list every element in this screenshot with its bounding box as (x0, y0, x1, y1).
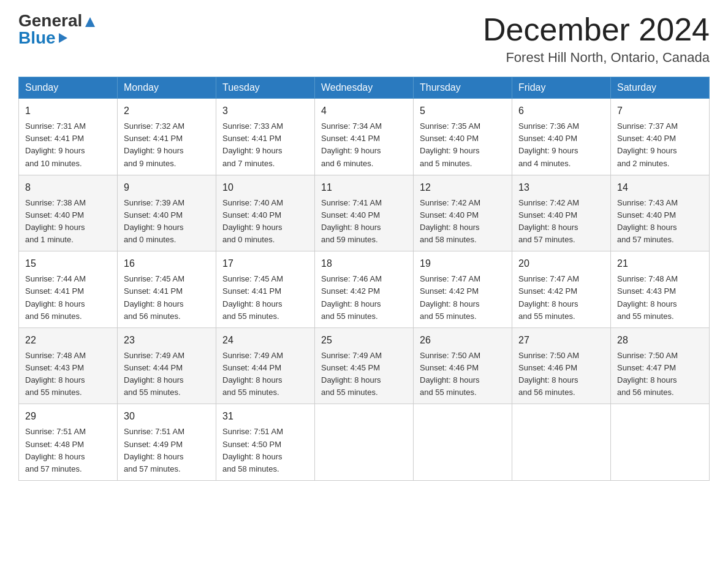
calendar-cell: 17Sunrise: 7:45 AMSunset: 4:41 PMDayligh… (216, 251, 315, 328)
day-info: Sunrise: 7:51 AMSunset: 4:50 PMDaylight:… (222, 426, 308, 475)
day-info: Sunrise: 7:41 AMSunset: 4:40 PMDaylight:… (321, 197, 407, 247)
calendar-cell: 19Sunrise: 7:47 AMSunset: 4:42 PMDayligh… (414, 251, 512, 328)
calendar-cell: 6Sunrise: 7:36 AMSunset: 4:40 PMDaylight… (512, 99, 611, 175)
calendar-cell: 1Sunrise: 7:31 AMSunset: 4:41 PMDaylight… (19, 99, 118, 175)
logo-blue-text: Blue (18, 29, 67, 47)
day-info: Sunrise: 7:49 AMSunset: 4:45 PMDaylight:… (321, 350, 407, 399)
calendar-cell: 20Sunrise: 7:47 AMSunset: 4:42 PMDayligh… (512, 251, 611, 328)
day-info: Sunrise: 7:38 AMSunset: 4:40 PMDaylight:… (25, 197, 111, 247)
weekday-header-row: SundayMondayTuesdayWednesdayThursdayFrid… (19, 77, 710, 99)
day-number: 21 (617, 256, 703, 271)
day-number: 10 (222, 180, 308, 195)
logo-general-text: General (18, 12, 95, 29)
day-info: Sunrise: 7:39 AMSunset: 4:40 PMDaylight:… (124, 197, 210, 247)
day-number: 2 (124, 104, 210, 118)
calendar-cell (512, 404, 611, 481)
day-info: Sunrise: 7:50 AMSunset: 4:46 PMDaylight:… (518, 350, 604, 399)
day-number: 18 (321, 256, 407, 271)
day-number: 15 (25, 256, 111, 271)
day-info: Sunrise: 7:44 AMSunset: 4:41 PMDaylight:… (25, 273, 111, 323)
calendar-cell: 31Sunrise: 7:51 AMSunset: 4:50 PMDayligh… (216, 404, 315, 481)
calendar-cell: 5Sunrise: 7:35 AMSunset: 4:40 PMDaylight… (414, 99, 512, 175)
week-row-5: 29Sunrise: 7:51 AMSunset: 4:48 PMDayligh… (19, 404, 710, 481)
day-info: Sunrise: 7:34 AMSunset: 4:41 PMDaylight:… (321, 120, 407, 170)
calendar-cell: 14Sunrise: 7:43 AMSunset: 4:40 PMDayligh… (611, 175, 710, 251)
day-number: 17 (222, 256, 308, 271)
calendar-cell: 29Sunrise: 7:51 AMSunset: 4:48 PMDayligh… (19, 404, 118, 481)
calendar-cell: 30Sunrise: 7:51 AMSunset: 4:49 PMDayligh… (118, 404, 216, 481)
calendar-cell: 7Sunrise: 7:37 AMSunset: 4:40 PMDaylight… (611, 99, 710, 175)
day-info: Sunrise: 7:37 AMSunset: 4:40 PMDaylight:… (617, 120, 703, 170)
weekday-header-thursday: Thursday (414, 77, 512, 99)
day-info: Sunrise: 7:48 AMSunset: 4:43 PMDaylight:… (25, 350, 111, 399)
day-info: Sunrise: 7:40 AMSunset: 4:40 PMDaylight:… (222, 197, 308, 247)
day-info: Sunrise: 7:32 AMSunset: 4:41 PMDaylight:… (124, 120, 210, 170)
calendar-cell: 9Sunrise: 7:39 AMSunset: 4:40 PMDaylight… (118, 175, 216, 251)
calendar-cell (611, 404, 710, 481)
calendar-cell: 4Sunrise: 7:34 AMSunset: 4:41 PMDaylight… (315, 99, 414, 175)
day-number: 23 (124, 333, 210, 348)
calendar-cell: 11Sunrise: 7:41 AMSunset: 4:40 PMDayligh… (315, 175, 414, 251)
day-number: 13 (518, 180, 604, 195)
week-row-4: 22Sunrise: 7:48 AMSunset: 4:43 PMDayligh… (19, 327, 710, 404)
calendar-cell: 23Sunrise: 7:49 AMSunset: 4:44 PMDayligh… (118, 327, 216, 404)
calendar-cell: 12Sunrise: 7:42 AMSunset: 4:40 PMDayligh… (414, 175, 512, 251)
week-row-2: 8Sunrise: 7:38 AMSunset: 4:40 PMDaylight… (19, 175, 710, 251)
day-number: 19 (420, 256, 506, 271)
calendar-cell: 15Sunrise: 7:44 AMSunset: 4:41 PMDayligh… (19, 251, 118, 328)
day-number: 25 (321, 333, 407, 348)
calendar-cell: 16Sunrise: 7:45 AMSunset: 4:41 PMDayligh… (118, 251, 216, 328)
day-info: Sunrise: 7:48 AMSunset: 4:43 PMDaylight:… (617, 273, 703, 323)
day-info: Sunrise: 7:50 AMSunset: 4:46 PMDaylight:… (420, 350, 506, 399)
day-info: Sunrise: 7:33 AMSunset: 4:41 PMDaylight:… (222, 120, 308, 170)
day-number: 7 (617, 104, 703, 118)
weekday-header-wednesday: Wednesday (315, 77, 414, 99)
page-header: General Blue December 2024 Forest Hill N… (18, 12, 710, 66)
calendar-table: SundayMondayTuesdayWednesdayThursdayFrid… (18, 77, 710, 481)
calendar-cell: 25Sunrise: 7:49 AMSunset: 4:45 PMDayligh… (315, 327, 414, 404)
day-info: Sunrise: 7:45 AMSunset: 4:41 PMDaylight:… (222, 273, 308, 323)
day-info: Sunrise: 7:45 AMSunset: 4:41 PMDaylight:… (124, 273, 210, 323)
day-info: Sunrise: 7:36 AMSunset: 4:40 PMDaylight:… (518, 120, 604, 170)
week-row-1: 1Sunrise: 7:31 AMSunset: 4:41 PMDaylight… (19, 99, 710, 175)
day-info: Sunrise: 7:49 AMSunset: 4:44 PMDaylight:… (222, 350, 308, 399)
calendar-cell: 22Sunrise: 7:48 AMSunset: 4:43 PMDayligh… (19, 327, 118, 404)
day-info: Sunrise: 7:51 AMSunset: 4:49 PMDaylight:… (124, 426, 210, 475)
day-number: 31 (222, 409, 308, 424)
day-number: 26 (420, 333, 506, 348)
calendar-cell: 21Sunrise: 7:48 AMSunset: 4:43 PMDayligh… (611, 251, 710, 328)
weekday-header-sunday: Sunday (19, 77, 118, 99)
location-title: Forest Hill North, Ontario, Canada (483, 50, 710, 66)
day-number: 22 (25, 333, 111, 348)
day-number: 8 (25, 180, 111, 195)
header-right: December 2024 Forest Hill North, Ontario… (483, 12, 710, 66)
day-number: 14 (617, 180, 703, 195)
day-number: 12 (420, 180, 506, 195)
day-info: Sunrise: 7:31 AMSunset: 4:41 PMDaylight:… (25, 120, 111, 170)
calendar-cell: 2Sunrise: 7:32 AMSunset: 4:41 PMDaylight… (118, 99, 216, 175)
calendar-cell: 24Sunrise: 7:49 AMSunset: 4:44 PMDayligh… (216, 327, 315, 404)
calendar-cell: 13Sunrise: 7:42 AMSunset: 4:40 PMDayligh… (512, 175, 611, 251)
calendar-cell (414, 404, 512, 481)
day-number: 24 (222, 333, 308, 348)
day-info: Sunrise: 7:47 AMSunset: 4:42 PMDaylight:… (420, 273, 506, 323)
day-info: Sunrise: 7:42 AMSunset: 4:40 PMDaylight:… (420, 197, 506, 247)
month-title: December 2024 (483, 12, 710, 47)
day-number: 1 (25, 104, 111, 118)
calendar-cell: 3Sunrise: 7:33 AMSunset: 4:41 PMDaylight… (216, 99, 315, 175)
calendar-cell: 27Sunrise: 7:50 AMSunset: 4:46 PMDayligh… (512, 327, 611, 404)
day-info: Sunrise: 7:50 AMSunset: 4:47 PMDaylight:… (617, 350, 703, 399)
day-number: 20 (518, 256, 604, 271)
weekday-header-saturday: Saturday (611, 77, 710, 99)
day-number: 30 (124, 409, 210, 424)
day-info: Sunrise: 7:43 AMSunset: 4:40 PMDaylight:… (617, 197, 703, 247)
week-row-3: 15Sunrise: 7:44 AMSunset: 4:41 PMDayligh… (19, 251, 710, 328)
day-info: Sunrise: 7:51 AMSunset: 4:48 PMDaylight:… (25, 426, 111, 475)
calendar-cell: 28Sunrise: 7:50 AMSunset: 4:47 PMDayligh… (611, 327, 710, 404)
logo: General Blue (18, 12, 95, 47)
calendar-cell: 8Sunrise: 7:38 AMSunset: 4:40 PMDaylight… (19, 175, 118, 251)
weekday-header-monday: Monday (118, 77, 216, 99)
day-info: Sunrise: 7:42 AMSunset: 4:40 PMDaylight:… (518, 197, 604, 247)
day-number: 5 (420, 104, 506, 118)
day-number: 4 (321, 104, 407, 118)
